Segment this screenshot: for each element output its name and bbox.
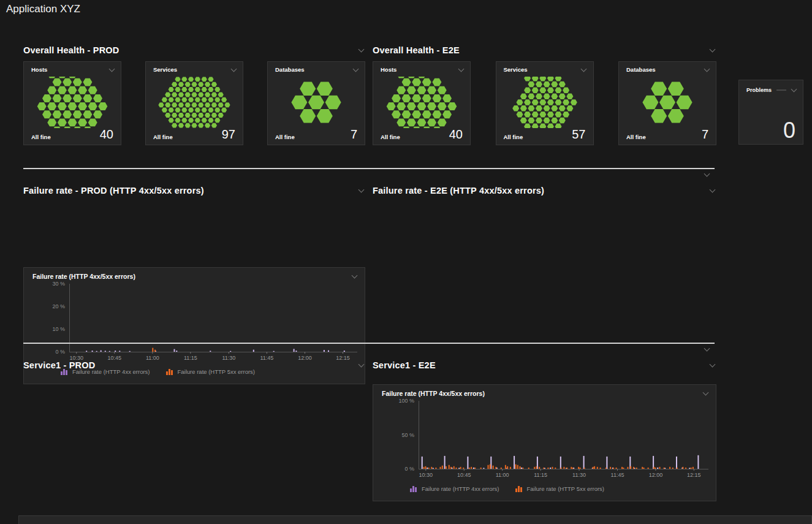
hexagon [224, 102, 230, 107]
hexagon [208, 97, 213, 102]
hexagon [668, 82, 684, 96]
chevron-down-icon[interactable] [702, 171, 711, 178]
section-header-service-prod: Service1 - PROD [23, 359, 365, 371]
hexagon [47, 102, 56, 110]
hexagon [178, 123, 184, 128]
honeycomb-services-prod[interactable] [150, 77, 239, 128]
health-tile-databases-prod[interactable]: Databases All fine7 [267, 61, 365, 145]
hexagon [551, 105, 558, 112]
chevron-down-icon[interactable] [229, 66, 238, 74]
chevron-down-icon[interactable] [350, 273, 359, 280]
hexagon [214, 108, 220, 113]
legend-item[interactable]: Failure rate (HTTP 4xx errors) [410, 485, 499, 492]
chevron-down-icon[interactable] [702, 66, 711, 74]
honeycomb-databases-e2e[interactable] [623, 77, 712, 128]
hexagon [432, 94, 441, 102]
hexagon [543, 118, 550, 124]
hexagon [205, 113, 210, 118]
hexagon [291, 96, 307, 110]
hexagon [432, 110, 441, 118]
health-tile-services-e2e[interactable]: Services All fine57 [496, 61, 594, 145]
hexagon [181, 77, 187, 82]
hexagon [188, 108, 194, 113]
hexagon [175, 87, 180, 92]
chevron-down-icon[interactable] [357, 187, 365, 194]
hexagon [208, 77, 213, 82]
honeycomb-databases-prod[interactable] [271, 77, 361, 128]
honeycomb-canvas [377, 77, 466, 128]
chevron-down-icon[interactable] [789, 86, 798, 94]
hexagon [524, 124, 531, 128]
hexagon [438, 86, 447, 94]
hexagon [181, 97, 187, 102]
hexagon [520, 118, 526, 124]
hexagon [528, 118, 534, 124]
hexagon [536, 105, 542, 112]
status-label: All fine [504, 134, 523, 140]
chevron-down-icon[interactable] [708, 362, 716, 369]
bar-series-icon [515, 485, 524, 492]
chevron-down-icon[interactable] [580, 66, 588, 74]
hexagon [172, 113, 177, 118]
hexagon [211, 102, 217, 107]
entity-count: 7 [351, 128, 357, 140]
chevron-down-icon[interactable] [708, 187, 716, 194]
chart-canvas[interactable]: 10:3010:4511:0011:1511:3011:4512:0012:15 [24, 284, 365, 362]
section-header-failure-e2e: Failure rate - E2E (HTTP 4xx/5xx errors) [373, 184, 716, 197]
health-tile-services-prod[interactable]: Services All fine97 [145, 61, 243, 145]
chart-title: Failure rate (HTTP 4xx/5xx errors) [32, 273, 135, 280]
hexagon [185, 102, 191, 107]
x-tick-label: 11:30 [572, 472, 586, 478]
chevron-down-icon[interactable] [702, 346, 711, 353]
chevron-down-icon[interactable] [357, 47, 365, 54]
chart-failure-prod[interactable]: 10:3010:4511:0011:1511:3011:4512:0012:15… [24, 284, 365, 362]
hexagon [417, 118, 427, 126]
hexagon [539, 124, 546, 128]
health-tile-hosts-e2e[interactable]: Hosts All fine40 [373, 61, 471, 145]
hexagon [37, 102, 47, 110]
entity-count: 40 [100, 128, 113, 140]
chart-tile-failure-e2e[interactable]: Failure rate (HTTP 4xx/5xx errors) 10:30… [373, 384, 716, 501]
hexagon [198, 82, 203, 87]
health-tile-hosts-prod[interactable]: Hosts All fine40 [23, 61, 121, 145]
y-tick-label: 0 % [373, 466, 414, 472]
hexagon [566, 105, 573, 112]
hexagon [551, 82, 558, 88]
hexagon [300, 109, 316, 123]
honeycomb-hosts-e2e[interactable] [377, 77, 466, 128]
chart-failure-e2e[interactable]: 10:3010:4511:0011:1511:3011:4512:0012:15… [373, 401, 716, 479]
hexagon [427, 102, 436, 110]
chevron-down-icon[interactable] [701, 390, 710, 397]
health-tile-databases-e2e[interactable]: Databases All fine7 [618, 61, 716, 145]
chevron-down-icon[interactable] [357, 362, 365, 369]
tile-title: Databases [275, 66, 305, 73]
chevron-down-icon[interactable] [708, 47, 716, 54]
hexagon [512, 105, 519, 112]
legend-item[interactable]: Failure rate (HTTP 5xx errors) [515, 485, 605, 492]
hexagon [543, 105, 550, 112]
hexagon [218, 93, 224, 97]
hexagon [178, 82, 184, 87]
hexagon [547, 112, 553, 118]
honeycomb-services-e2e[interactable] [500, 77, 590, 128]
chevron-down-icon[interactable] [457, 66, 465, 74]
hexagon [677, 96, 692, 110]
chevron-down-icon[interactable] [351, 66, 360, 74]
chart-canvas[interactable]: 10:3010:4511:0011:1511:3011:4512:0012:15 [373, 401, 716, 479]
tile-title: Databases [626, 66, 656, 73]
hexagon [516, 112, 523, 118]
chevron-down-icon[interactable] [107, 66, 116, 74]
hexagon [536, 82, 542, 88]
tile-title: Problems [746, 87, 772, 93]
honeycomb-hosts-prod[interactable] [28, 77, 117, 128]
hexagon [642, 96, 658, 110]
hexagon [73, 110, 82, 118]
hexagon [53, 94, 62, 102]
hexagon [531, 99, 538, 105]
problems-tile[interactable]: Problems 0 [738, 80, 803, 145]
hexagon [58, 118, 67, 126]
hexagon [407, 86, 416, 94]
hexagon [178, 102, 184, 107]
hexagon [202, 87, 207, 92]
hexagon [531, 124, 538, 128]
